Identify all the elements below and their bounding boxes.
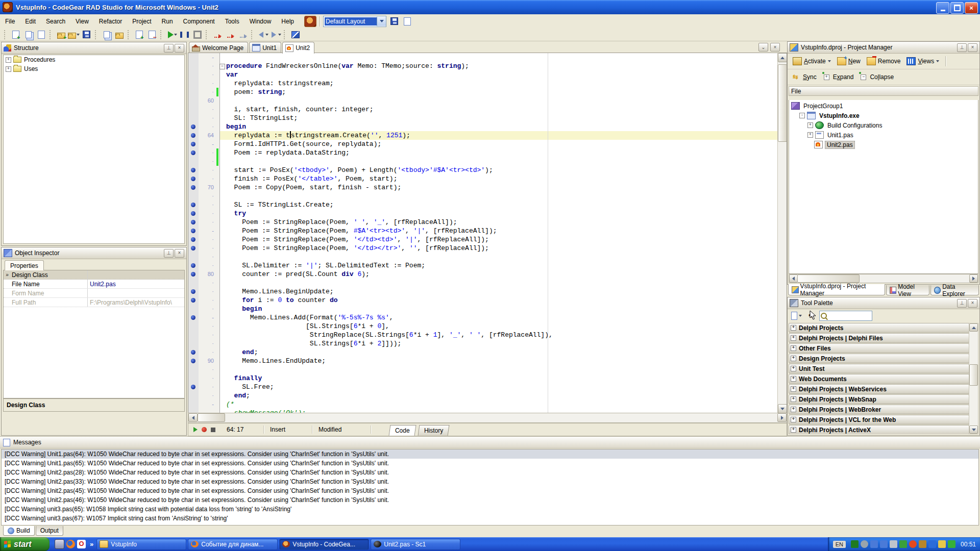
scroll-thumb[interactable] (778, 64, 787, 142)
code-text[interactable]: Memo.Lines.BeginUpdate; (220, 287, 787, 296)
inspector-row[interactable]: Form Name (4, 289, 184, 298)
code-text[interactable]: −procedure FindWreckersOnline(var Memo: … (220, 62, 787, 70)
close-icon[interactable]: × (968, 299, 977, 308)
code-text[interactable]: Poem := Copy(Poem, start, finish - start… (220, 183, 787, 192)
scroll-right-icon[interactable] (969, 274, 978, 283)
messages-titlebar[interactable]: Messages (0, 437, 980, 448)
message-row[interactable]: [DCC Warning] Unit1.pas(64): W1050 WideC… (2, 449, 978, 459)
expander-icon[interactable]: + (791, 417, 796, 422)
set-debug-layout-button[interactable] (401, 16, 413, 27)
tab-code[interactable]: Code (389, 425, 416, 436)
inspector-row[interactable]: »Design Class (4, 270, 184, 280)
activate-button[interactable]: Activate (790, 56, 834, 66)
code-line[interactable]: · finish := PosEx('</table>', Poem, star… (188, 174, 787, 183)
expander-icon[interactable]: + (791, 427, 796, 433)
program-reset-button[interactable] (191, 29, 203, 40)
project-tree-item[interactable]: +Build Configurations (789, 120, 978, 130)
expander-icon[interactable]: + (791, 335, 796, 341)
code-text[interactable]: Poem := StringReplace(Poem, '</td></tr>'… (220, 244, 787, 253)
pause-button[interactable] (179, 29, 190, 40)
tab-welcome-page[interactable]: Welcome Page (189, 42, 248, 53)
wand-icon[interactable] (938, 540, 946, 548)
traffic-icon[interactable] (851, 540, 859, 548)
breakpoint-dot-icon[interactable] (191, 133, 195, 138)
code-text[interactable] (220, 53, 787, 62)
code-text[interactable]: poem: string; (220, 88, 787, 96)
code-text[interactable]: i, start, finish, counter: integer; (220, 105, 787, 114)
code-line[interactable]: · [SL.Strings[6*i + 0], (188, 322, 787, 331)
code-line[interactable]: · SL.Strings[6*i + 2]])); (188, 339, 787, 348)
inspector-row[interactable]: File NameUnit2.pas (4, 280, 184, 289)
code-line[interactable]: 64 replydata := tstringstream.Create('',… (188, 131, 787, 140)
message-row[interactable]: [DCC Warning] Unit2.pas(28): W1050 WideC… (2, 468, 978, 477)
code-text[interactable]: SL: TStringList; (220, 114, 787, 122)
expander-icon[interactable]: + (791, 396, 796, 402)
property-value[interactable]: F:\Programs\Delphi\VstupInfo\ (88, 299, 184, 306)
macro-stop-icon[interactable] (211, 428, 215, 432)
palette-category-unit-test[interactable]: +Unit Test (789, 364, 969, 373)
menu-search[interactable]: Search (41, 14, 70, 28)
code-line[interactable]: · Poem := StringReplace(Poem, '</td><td>… (188, 235, 787, 244)
chevron-down-icon[interactable]: ⌄ (758, 43, 768, 52)
code-line[interactable]: - Memo.Lines.Add(Format('%-5s%-7s %s', (188, 313, 787, 322)
code-line[interactable]: · poem: string; (188, 88, 787, 96)
breakpoint-dot-icon[interactable] (191, 272, 195, 277)
code-text[interactable]: start := PosEx('<tbody>', Poem) + Length… (220, 166, 787, 174)
code-line[interactable]: · Memo.Lines.BeginUpdate; (188, 287, 787, 296)
network-icon[interactable] (870, 540, 878, 548)
breakpoint-dot-icon[interactable] (191, 246, 195, 251)
project-tree-item[interactable]: Unit2.pas (789, 140, 978, 149)
breakpoint-dot-icon[interactable] (191, 229, 195, 233)
expander-icon[interactable]: + (807, 122, 813, 128)
expander-icon[interactable]: + (791, 325, 796, 331)
opera-icon[interactable] (909, 540, 917, 548)
palette-category-design-projects[interactable]: +Design Projects (789, 354, 969, 363)
code-text[interactable]: SL.Delimiter := '|'; SL.DelimitedText :=… (220, 261, 787, 270)
expander-icon[interactable]: + (791, 345, 796, 351)
code-text[interactable]: finish := PosEx('</table>', Poem, start)… (220, 174, 787, 183)
menu-component[interactable]: Component (178, 14, 220, 28)
ccs-icon[interactable] (928, 540, 936, 548)
opera-icon[interactable]: O (77, 540, 86, 548)
project-tree-item[interactable]: ProjectGroup1 (789, 101, 978, 111)
breakpoint-dot-icon[interactable] (191, 151, 195, 155)
window-titlebar[interactable]: VstupInfo - CodeGear RAD Studio for Micr… (0, 0, 980, 14)
utorrent-icon[interactable] (948, 540, 955, 548)
message-row[interactable]: [DCC Warning] Unit1.pas(65): W1050 WideC… (2, 459, 978, 468)
menu-view[interactable]: View (70, 14, 94, 28)
project-tree-item[interactable]: +Unit1.pas (789, 130, 978, 140)
code-text[interactable]: Poem := replydata.DataString; (220, 148, 787, 157)
code-line[interactable]: ·var (188, 70, 787, 79)
dropdown-arrow-icon[interactable] (936, 60, 939, 62)
code-text[interactable]: replydata := tstringstream.Create('', 12… (220, 131, 787, 140)
code-text[interactable]: Poem := StringReplace(Poem, '</td><td>',… (220, 235, 787, 244)
breakpoint-dot-icon[interactable] (191, 385, 195, 389)
palette-category-button[interactable] (790, 310, 802, 321)
code-line[interactable]: · (188, 253, 787, 261)
expander-icon[interactable]: + (791, 356, 796, 361)
expander-icon[interactable]: + (6, 66, 11, 72)
update-icon[interactable] (899, 540, 907, 548)
code-text[interactable]: try (220, 209, 787, 218)
code-editor[interactable]: -·−procedure FindWreckersOnline(var Memo… (188, 53, 787, 413)
messages-list[interactable]: [DCC Warning] Unit1.pas(64): W1050 WideC… (1, 449, 979, 525)
project-tree-hscrollbar[interactable] (789, 274, 978, 283)
save-layout-button[interactable] (388, 16, 400, 27)
messenger-icon[interactable] (861, 540, 868, 548)
scroll-thumb[interactable] (198, 413, 225, 422)
palette-category-delphi-projects[interactable]: +Delphi Projects (789, 323, 969, 333)
code-line[interactable]: ·−procedure FindWreckersOnline(var Memo:… (188, 62, 787, 70)
back-button[interactable] (257, 29, 268, 40)
add-to-project-button[interactable] (133, 29, 145, 40)
code-text[interactable] (220, 365, 787, 374)
code-line[interactable]: · Poem := StringReplace(Poem, ' ', '_', … (188, 218, 787, 227)
code-text[interactable]: var (220, 70, 787, 79)
palette-category-delphi-projects-webbroker[interactable]: +Delphi Projects | WebBroker (789, 405, 969, 414)
expander-icon[interactable]: + (6, 57, 11, 63)
palette-category-delphi-projects-webservices[interactable]: +Delphi Projects | WebServices (789, 384, 969, 394)
code-text[interactable]: SL.Free; (220, 383, 787, 391)
code-line[interactable]: -(* (188, 400, 787, 409)
scroll-thumb[interactable] (797, 274, 860, 283)
code-text[interactable]: SL := TStringList.Create; (220, 201, 787, 209)
menu-project[interactable]: Project (127, 14, 156, 28)
